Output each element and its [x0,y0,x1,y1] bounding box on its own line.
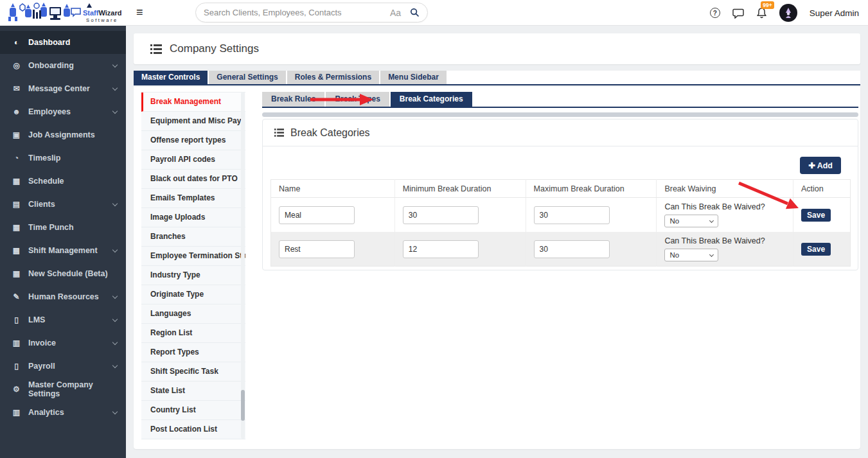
settings-menu-item[interactable]: Branches [141,227,245,247]
sidebar-item[interactable]: ◔ Timeslip [0,146,126,170]
sidebar-item[interactable]: ▦ New Schedule (Beta) [0,262,126,285]
break-categories-card: Break Categories ✚ Add Name Minimum Brea… [262,119,858,270]
break-tab[interactable]: Break Types [326,92,389,107]
save-button[interactable]: Save [801,209,831,222]
submenu-scrollbar-track [241,92,245,439]
waive-question-label: Can This Break Be Waived? [664,236,785,245]
settings-tab[interactable]: Master Controls [134,71,208,84]
add-button[interactable]: ✚ Add [800,157,841,174]
waive-question-label: Can This Break Be Waived? [664,202,785,211]
settings-menu-item[interactable]: Break Management [141,92,245,112]
user-avatar[interactable] [779,4,797,22]
help-icon[interactable]: ? [710,8,720,18]
sidebar-item-label: New Schedule (Beta) [28,269,108,278]
sidebar-item[interactable]: ▤ Clients [0,193,126,216]
settings-menu-item[interactable]: Equipment and Misc Pay [141,112,245,131]
svg-text:StaffWizard: StaffWizard [83,9,121,17]
app-logo[interactable]: StaffWizard Software [0,0,126,26]
briefcase-icon: ▣ [11,130,22,139]
settings-menu-item[interactable]: Languages [141,304,245,324]
search-input[interactable] [204,8,390,17]
settings-menu-item[interactable]: Post Location List [141,420,245,439]
pencil-icon: ✎ [11,292,22,301]
table-row: Can This Break Be Waived? No Save [271,198,851,233]
min-duration-input[interactable] [403,206,479,224]
settings-menu-item[interactable]: State List [141,382,245,401]
save-button[interactable]: Save [801,243,831,256]
search-icon[interactable] [410,8,420,17]
sidebar-item-label: Invoice [28,339,56,348]
chevron-down-icon [709,218,714,222]
break-categories-table: Name Minimum Break Duration Maximum Brea… [270,179,851,267]
settings-tab[interactable]: Menu Sidebar [380,71,447,84]
file-icon: ▯ [11,315,22,324]
break-waived-select[interactable]: No [664,249,718,261]
select-value: No [669,251,679,259]
column-header-action: Action [793,180,851,198]
sidebar-item[interactable]: ⚙ Master Company Settings [0,378,126,401]
settings-menu-item[interactable]: Offense report types [141,131,245,150]
sidebar-item-label: Employees [28,107,71,116]
max-duration-input[interactable] [534,240,610,258]
settings-tab[interactable]: General Settings [209,71,285,84]
settings-menu-item[interactable]: Region List [141,324,245,343]
sidebar-item[interactable]: ▥ Analytics [0,401,126,424]
topbar-actions: ? 99+ Super Admin [710,0,859,26]
sidebar-item-label: Time Punch [28,223,74,232]
sidebar-item-label: Clients [28,200,55,209]
sidebar-item[interactable]: ☻ Employees [0,100,126,123]
sidebar-item[interactable]: ▩ Shift Management [0,239,126,262]
settings-menu-item[interactable]: Report Types [141,343,245,362]
max-duration-input[interactable] [534,206,610,224]
sidebar-item[interactable]: ✉ Message Center [0,77,126,100]
chevron-down-icon [112,62,118,67]
settings-menu-item[interactable]: Image Uploads [141,208,245,227]
break-tab[interactable]: Break Categories [391,92,472,107]
sidebar-item-label: Dashboard [28,38,70,47]
settings-menu-item[interactable]: Emails Templates [141,189,245,208]
submenu-scrollbar-thumb[interactable] [241,390,245,421]
settings-menu-item[interactable]: Black out dates for PTO [141,170,245,189]
chevron-down-icon [112,108,118,113]
min-duration-input[interactable] [403,240,479,258]
sidebar-item[interactable]: ▯ Payroll [0,355,126,378]
break-waived-select[interactable]: No [664,215,718,227]
sidebar-item[interactable]: ▦ Time Punch [0,216,126,239]
settings-menu-item[interactable]: Shift Specific Task [141,362,245,382]
chevron-down-icon [112,339,118,344]
sidebar-item[interactable]: ◐ Dashboard [0,31,126,54]
break-tab[interactable]: Break Rules [262,92,324,107]
list-icon [274,128,284,137]
horizontal-scrollbar[interactable] [262,112,858,117]
sidebar-item[interactable]: ✎ Human Resources [0,285,126,308]
table-header-row: Name Minimum Break Duration Maximum Brea… [271,180,851,198]
name-input[interactable] [279,206,355,224]
settings-menu-item[interactable]: Industry Type [141,266,245,285]
settings-menu-item[interactable]: Country List [141,401,245,420]
chevron-down-icon [112,362,118,367]
employees-icon: ☻ [11,107,22,116]
sidebar-item-label: Schedule [28,177,64,186]
sidebar-item-label: Message Center [28,84,90,93]
case-sensitivity-toggle[interactable]: Aa [390,8,401,18]
settings-menu-item[interactable]: Employee Termination Status [141,247,245,266]
sidebar-item[interactable]: ▦ Schedule [0,170,126,193]
name-input[interactable] [279,240,355,258]
hamburger-menu-icon[interactable]: ≡ [136,5,143,19]
messages-icon[interactable] [732,8,744,19]
sidebar-item-label: Human Resources [28,292,99,301]
sidebar-item-label: Onboarding [28,61,74,70]
sidebar-item[interactable]: ▣ Job Assignments [0,123,126,146]
settings-tab[interactable]: Roles & Permissions [287,71,379,84]
chevron-down-icon [112,293,118,298]
notifications-bell-icon[interactable]: 99+ [756,7,767,19]
page-title: Company Settings [170,42,259,55]
sidebar-item[interactable]: ▯ LMS [0,308,126,331]
sidebar-item-label: Job Assignments [28,130,95,139]
settings-menu-item[interactable]: Payroll API codes [141,150,245,170]
settings-menu-item[interactable]: Originate Type [141,285,245,304]
settings-menu: Break Management Equipment and Misc Pay … [141,92,245,439]
sidebar-item[interactable]: ◎ Onboarding [0,54,126,77]
sidebar-item[interactable]: ▥ Invoice [0,331,126,355]
user-name[interactable]: Super Admin [810,8,859,18]
